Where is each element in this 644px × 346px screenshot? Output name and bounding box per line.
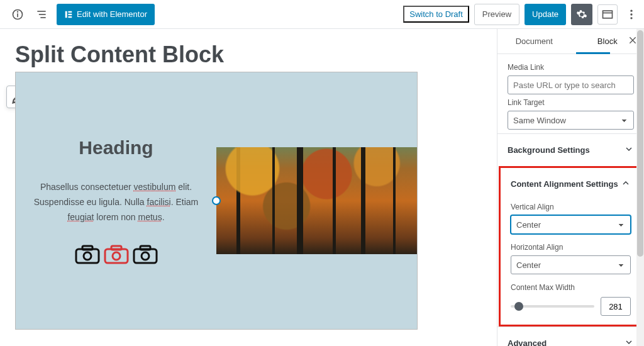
outline-icon[interactable]	[33, 6, 50, 23]
settings-sidebar: Document Block Media Link Link Target Sa…	[497, 29, 644, 346]
svg-rect-35	[82, 246, 92, 250]
settings-gear-button[interactable]	[571, 4, 592, 25]
split-content-block[interactable]: Heading Phasellus consectetuer vestibulu…	[15, 72, 418, 330]
tab-document[interactable]: Document	[497, 29, 571, 53]
svg-point-42	[142, 252, 149, 260]
forest-image[interactable]	[216, 147, 417, 254]
link-target-group: Link Target Same Window	[497, 98, 644, 133]
media-link-label: Media Link	[508, 63, 634, 72]
panel-background-settings[interactable]: Background Settings	[497, 133, 644, 166]
camera-icon	[75, 244, 100, 264]
block-paragraph[interactable]: Phasellus consectetuer vestibulum elit. …	[33, 180, 199, 225]
svg-rect-6	[65, 11, 67, 18]
more-menu-icon[interactable]	[623, 6, 640, 23]
editor-canvas: Split Content Block Heading Phasellus co…	[0, 29, 497, 346]
editor-topbar: Edit with Elementor Switch to Draft Prev…	[0, 0, 644, 29]
main-area: Split Content Block Heading Phasellus co…	[0, 29, 644, 346]
media-link-group: Media Link	[497, 54, 644, 98]
maxw-slider[interactable]	[511, 305, 594, 308]
camera-icons-row	[75, 244, 158, 264]
svg-rect-41	[140, 246, 150, 250]
panel-content-alignment[interactable]: Content Alignment Settings	[501, 168, 641, 200]
svg-rect-7	[68, 11, 72, 12]
update-button[interactable]: Update	[525, 4, 566, 25]
info-icon[interactable]	[9, 6, 26, 23]
svg-point-36	[84, 252, 91, 260]
panel-advanced[interactable]: Advanced	[497, 326, 644, 346]
sidebar-tabs: Document Block	[497, 29, 644, 54]
panel-align-label: Content Alignment Settings	[511, 179, 618, 189]
switch-to-draft-button[interactable]: Switch to Draft	[403, 6, 469, 23]
resize-handle[interactable]	[212, 196, 221, 205]
camera-icon-red	[104, 244, 129, 264]
chevron-down-icon	[624, 144, 634, 156]
maxw-label: Content Max Width	[511, 283, 631, 292]
svg-rect-38	[111, 246, 121, 250]
media-link-input[interactable]	[508, 75, 634, 94]
svg-rect-9	[68, 16, 72, 17]
svg-point-13	[630, 13, 632, 15]
svg-point-39	[113, 252, 120, 260]
panel-align-body: Vertical Align Center Horizontal Align C…	[501, 200, 641, 325]
vertical-align-select[interactable]: Center	[511, 215, 631, 234]
edit-elementor-button[interactable]: Edit with Elementor	[57, 4, 155, 25]
svg-rect-37	[105, 249, 128, 263]
svg-point-12	[630, 9, 632, 11]
svg-point-14	[630, 17, 632, 19]
tab-indicator	[576, 52, 610, 54]
panel-adv-label: Advanced	[508, 338, 547, 346]
maxw-row	[511, 297, 631, 316]
layout-icon[interactable]	[597, 4, 618, 25]
split-left-panel: Heading Phasellus consectetuer vestibulu…	[16, 72, 216, 329]
svg-point-2	[18, 11, 18, 12]
horizontal-align-select[interactable]: Center	[511, 255, 631, 274]
svg-rect-40	[134, 249, 157, 263]
valign-label: Vertical Align	[511, 203, 631, 211]
panel-bg-label: Background Settings	[508, 145, 590, 155]
scrollbar-thumb[interactable]	[637, 30, 643, 257]
link-target-label: Link Target	[508, 98, 634, 107]
chevron-down-icon	[624, 337, 634, 346]
preview-button[interactable]: Preview	[474, 4, 519, 25]
svg-rect-34	[76, 249, 99, 263]
topbar-left: Edit with Elementor	[9, 4, 155, 25]
svg-rect-10	[603, 11, 613, 18]
svg-rect-8	[68, 13, 72, 14]
camera-icon	[133, 244, 158, 264]
elementor-icon	[64, 10, 73, 19]
link-target-select[interactable]: Same Window	[508, 111, 634, 130]
maxw-number-input[interactable]	[601, 297, 631, 316]
page-title[interactable]: Split Content Block	[15, 42, 482, 68]
halign-label: Horizontal Align	[511, 243, 631, 252]
chevron-up-icon	[621, 178, 631, 190]
block-heading[interactable]: Heading	[79, 137, 153, 159]
alignment-highlight: Content Alignment Settings Vertical Alig…	[499, 166, 643, 326]
slider-thumb[interactable]	[514, 302, 523, 311]
split-right-panel	[216, 72, 417, 329]
elementor-label: Edit with Elementor	[77, 9, 147, 19]
gear-icon	[576, 9, 587, 20]
